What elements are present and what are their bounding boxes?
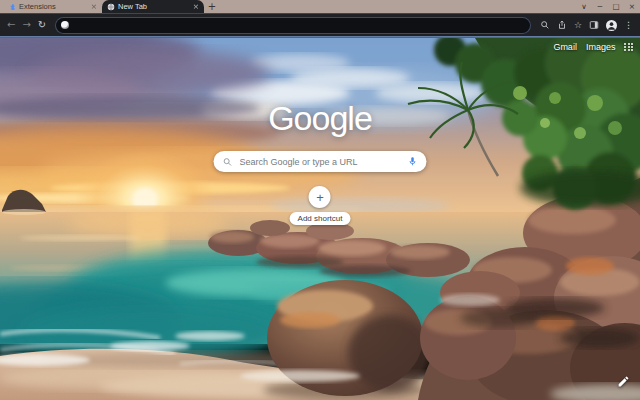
back-icon[interactable]: ←: [7, 20, 15, 30]
browser-window: Extensions × New Tab × + ∨ − □ × ← → ↻: [0, 0, 640, 400]
minimize-icon[interactable]: −: [592, 0, 608, 13]
bookmark-star-icon[interactable]: ☆: [574, 21, 582, 30]
add-shortcut[interactable]: + Add shortcut: [290, 186, 351, 225]
window-controls: ∨ − □ ×: [576, 0, 640, 13]
close-icon[interactable]: ×: [91, 3, 97, 11]
side-panel-icon[interactable]: [589, 20, 599, 30]
reload-icon[interactable]: ↻: [38, 20, 46, 30]
menu-dots-icon[interactable]: ⋮: [624, 21, 633, 30]
images-link[interactable]: Images: [586, 42, 616, 52]
share-icon[interactable]: [557, 20, 567, 30]
tab-strip: Extensions × New Tab × + ∨ − □ ×: [0, 0, 640, 13]
tab-extensions[interactable]: Extensions ×: [4, 0, 102, 13]
close-window-icon[interactable]: ×: [624, 0, 640, 13]
add-shortcut-label: Add shortcut: [290, 212, 351, 225]
profile-avatar[interactable]: [606, 20, 617, 31]
tab-label: New Tab: [118, 2, 147, 11]
new-tab-page: Gmail Images Google Search Google or typ…: [0, 38, 640, 400]
forward-icon[interactable]: →: [22, 20, 30, 30]
tab-search-chevron-icon[interactable]: ∨: [576, 0, 592, 13]
microphone-icon[interactable]: [408, 156, 418, 167]
search-icon: [223, 157, 233, 167]
new-tab-button[interactable]: +: [204, 0, 220, 13]
tab-new-tab[interactable]: New Tab ×: [102, 0, 204, 13]
apps-grid-icon[interactable]: [624, 43, 633, 52]
zoom-icon[interactable]: [540, 20, 550, 30]
close-icon[interactable]: ×: [193, 3, 199, 11]
gmail-link[interactable]: Gmail: [553, 42, 577, 52]
extensions-puzzle-icon: [9, 3, 16, 10]
search-bar[interactable]: Search Google or type a URL: [214, 151, 427, 172]
tab-favicon-globe-icon: [107, 3, 115, 11]
address-bar[interactable]: [56, 18, 530, 33]
tab-label: Extensions: [19, 2, 56, 11]
add-shortcut-plus-icon[interactable]: +: [309, 186, 331, 208]
pencil-icon: [617, 375, 630, 388]
browser-toolbar: ← → ↻ ☆: [0, 13, 640, 36]
toolbar-actions: ☆ ⋮: [540, 20, 633, 31]
search-input[interactable]: Search Google or type a URL: [240, 157, 401, 167]
maximize-icon[interactable]: □: [608, 0, 624, 13]
site-icon: [61, 21, 69, 29]
page-header: Gmail Images: [553, 42, 633, 52]
customize-button[interactable]: [617, 374, 630, 392]
person-icon: [606, 20, 617, 31]
google-logo: Google: [0, 99, 640, 138]
